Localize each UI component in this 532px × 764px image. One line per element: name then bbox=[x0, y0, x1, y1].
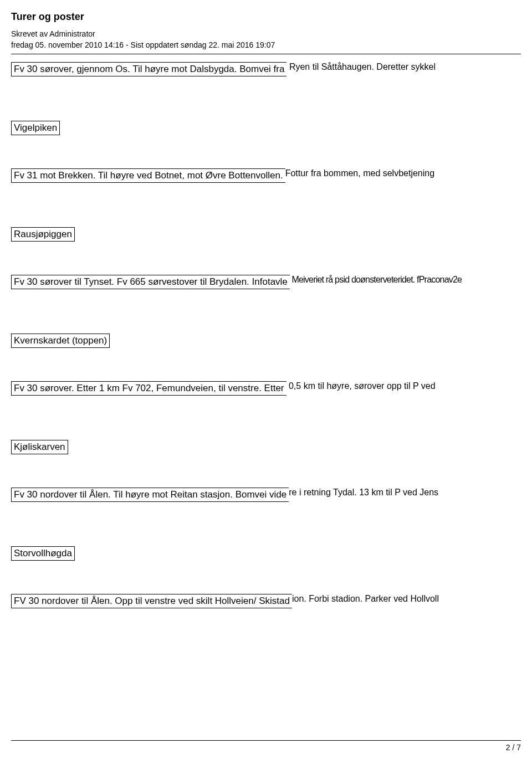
content-row: Storvollhøgda bbox=[11, 546, 521, 561]
row-main: Vigelpiken bbox=[11, 121, 60, 135]
row-main: Fv 30 sørover, gjennom Os. Til høyre mot… bbox=[11, 62, 287, 76]
content-row: Vigelpiken bbox=[11, 121, 521, 135]
row-main: Fv 30 sørover. Etter 1 km Fv 702, Femund… bbox=[11, 381, 287, 396]
content-row: Fv 30 nordover til Ålen. Til høyre mot R… bbox=[11, 488, 521, 502]
row-main: Storvollhøgda bbox=[11, 546, 75, 561]
date-line: fredag 05. november 2010 14:16 - Sist op… bbox=[11, 40, 521, 49]
page-number: 2 / 7 bbox=[11, 743, 521, 752]
content-row: Kvernskardet (toppen) bbox=[11, 334, 521, 348]
row-main: Kjøliskarven bbox=[11, 440, 68, 454]
content-row: Rausjøpiggen bbox=[11, 227, 521, 242]
row-main: Rausjøpiggen bbox=[11, 227, 75, 242]
row-main: Fv 30 nordover til Ålen. Til høyre mot R… bbox=[11, 488, 289, 502]
row-trail: Ryen til Såttåhaugen. Deretter sykkel bbox=[287, 62, 436, 71]
content-row: Fv 30 sørover, gjennom Os. Til høyre mot… bbox=[11, 62, 521, 76]
page-title: Turer og poster bbox=[11, 11, 521, 23]
row-trail: re i retning Tydal. 13 km til P ved Jens bbox=[289, 488, 438, 497]
row-main: Fv 31 mot Brekken. Til høyre ved Botnet,… bbox=[11, 168, 285, 183]
row-main: Fv 30 sørover til Tynset. Fv 665 sørvest… bbox=[11, 275, 290, 289]
row-trail: Meiveriet rå psid doønsterveteridet. fPr… bbox=[290, 275, 462, 284]
footer-divider bbox=[11, 740, 521, 741]
author-line: Skrevet av Administrator bbox=[11, 29, 521, 38]
row-trail: ion. Forbi stadion. Parker ved Hollvoll bbox=[292, 594, 439, 603]
content-row: Fv 30 sørover. Etter 1 km Fv 702, Femund… bbox=[11, 381, 521, 396]
row-trail: Fottur fra bommen, med selvbetjening bbox=[285, 168, 434, 178]
row-main: FV 30 nordover til Ålen. Opp til venstre… bbox=[11, 594, 292, 608]
row-trail: 0,5 km til høyre, sørover opp til P ved bbox=[287, 381, 436, 391]
content-row: FV 30 nordover til Ålen. Opp til venstre… bbox=[11, 594, 521, 608]
header-divider bbox=[11, 54, 521, 54]
content-row: Kjøliskarven bbox=[11, 440, 521, 454]
content-row: Fv 31 mot Brekken. Til høyre ved Botnet,… bbox=[11, 168, 521, 183]
row-main: Kvernskardet (toppen) bbox=[11, 334, 110, 348]
content-row: Fv 30 sørover til Tynset. Fv 665 sørvest… bbox=[11, 275, 521, 289]
